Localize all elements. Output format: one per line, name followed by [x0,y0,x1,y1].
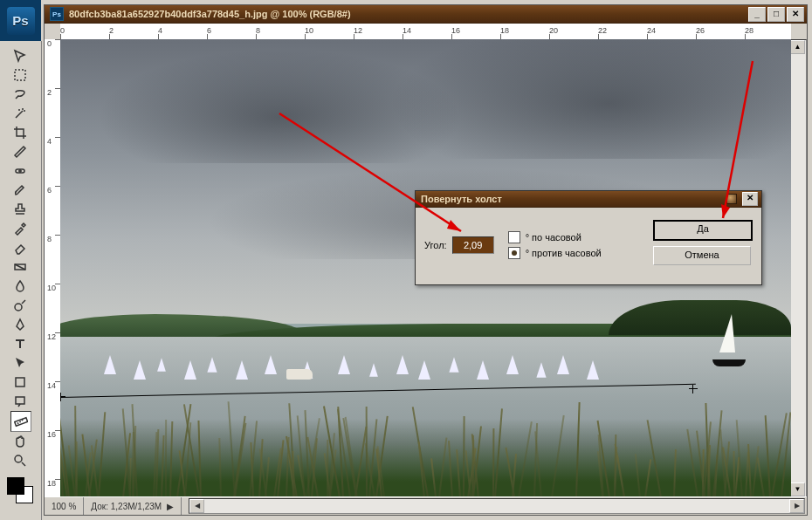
radio-counterclockwise-label: ° против часовой [526,248,602,258]
minimize-button[interactable]: _ [748,7,766,22]
horizontal-scrollbar[interactable]: ◀ ▶ [189,498,805,514]
tool-shape[interactable] [10,373,30,392]
zoom-level[interactable]: 100 % [45,497,84,515]
svg-point-3 [15,304,22,311]
measure-handle-end[interactable] [689,385,698,393]
close-button[interactable]: ✕ [787,7,804,22]
scroll-left-button[interactable]: ◀ [189,499,204,513]
doc-info-label: Док: [91,502,108,511]
dialog-collapse-button[interactable] [726,194,737,204]
ok-button[interactable]: Да [653,220,753,241]
tool-hand[interactable] [10,432,30,451]
tool-heal[interactable] [10,161,30,181]
horizontal-ruler[interactable]: 0246810121416182022242628 [60,24,791,40]
radio-counterclockwise-indicator [508,247,520,259]
scroll-down-button[interactable]: ▼ [790,482,805,496]
status-bar: 100 % Док: 1,23M/1,23M ▶ ◀ ▶ [45,496,807,515]
tool-brush[interactable] [10,181,30,200]
tool-rect-marquee[interactable] [10,65,30,85]
dialog-close-button[interactable]: ✕ [742,192,758,206]
tool-stamp[interactable] [10,200,30,219]
angle-label: Угол: [424,240,447,250]
vertical-ruler[interactable]: 024681012141618 [45,39,61,497]
tool-wand[interactable] [10,104,30,123]
tool-type[interactable] [10,334,30,353]
tool-notes[interactable] [10,392,30,411]
dialog-titlebar[interactable]: Повернуть холст ✕ [416,191,761,208]
tool-path-select[interactable] [10,353,30,373]
document-title: 80dfcb3ba81a652927b40ddf3a778d45_h.jpg @… [69,9,351,19]
ps-app-icon: Ps [0,0,41,41]
tools-panel [0,41,42,520]
angle-input[interactable] [452,236,494,254]
tool-zoom[interactable] [10,451,30,470]
scroll-right-button[interactable]: ▶ [789,499,804,513]
maximize-button[interactable]: □ [767,7,785,22]
radio-counterclockwise[interactable]: ° против часовой [508,247,602,259]
radio-clockwise[interactable]: ° по часовой [508,231,602,243]
tool-measure[interactable] [10,411,31,432]
radio-clockwise-label: ° по часовой [526,232,581,243]
rotate-canvas-dialog[interactable]: Повернуть холст ✕ Угол: ° по часовой [415,190,762,285]
tool-dodge[interactable] [10,296,30,315]
tool-move[interactable] [10,46,30,65]
doc-info-value: 1,23M/1,23M [111,502,162,511]
dialog-title: Повернуть холст [421,194,502,204]
doc-info-chevron-icon[interactable]: ▶ [167,502,174,511]
tool-crop[interactable] [10,123,30,142]
tool-eraser[interactable] [10,238,30,257]
tool-slice[interactable] [10,142,30,161]
svg-rect-0 [15,70,25,80]
tool-lasso[interactable] [10,85,30,104]
svg-point-7 [15,455,22,462]
ps-logo-text: Ps [7,7,35,35]
color-swatches[interactable] [7,477,33,503]
tool-gradient[interactable] [10,257,30,277]
tool-blur[interactable] [10,277,30,296]
svg-rect-4 [16,378,24,387]
document-icon: Ps [50,7,64,21]
doc-info[interactable]: Док: 1,23M/1,23M ▶ [84,497,182,515]
cancel-button[interactable]: Отмена [653,246,751,265]
vertical-scrollbar[interactable]: ▲ ▼ [789,39,807,497]
foreground-swatch[interactable] [7,477,24,495]
svg-rect-5 [16,397,24,404]
measure-handle-start[interactable] [60,393,65,401]
radio-clockwise-indicator [508,231,520,243]
tool-history-brush[interactable] [10,219,30,238]
svg-rect-6 [15,418,28,426]
document-titlebar[interactable]: Ps 80dfcb3ba81a652927b40ddf3a778d45_h.jp… [45,5,807,24]
scroll-up-button[interactable]: ▲ [790,40,805,54]
tool-pen[interactable] [10,315,30,334]
